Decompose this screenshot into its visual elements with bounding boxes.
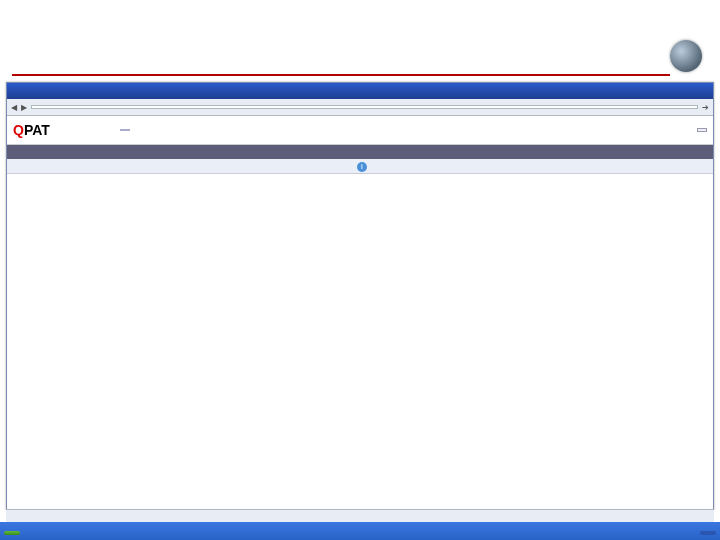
browser-window: ◀ ▶ ➔ QPAT i	[6, 82, 714, 510]
info-icon[interactable]: i	[357, 162, 367, 172]
url-field[interactable]	[31, 105, 698, 109]
app-header: QPAT	[7, 116, 713, 145]
windows-taskbar	[0, 522, 720, 540]
qpat-logo: QPAT	[13, 122, 50, 138]
go-icon[interactable]: ➔	[702, 103, 709, 112]
slide-desc	[0, 21, 720, 36]
start-button[interactable]	[4, 531, 20, 535]
intellixir-badge	[697, 128, 707, 132]
system-tray[interactable]	[700, 531, 716, 535]
query-bar	[7, 145, 713, 159]
browser-statusbar	[6, 509, 714, 522]
divider-rule	[12, 74, 670, 76]
fwd-icon[interactable]: ▶	[21, 103, 27, 112]
back-icon[interactable]: ◀	[11, 103, 17, 112]
bubble-chart	[11, 175, 709, 505]
browser-addressbar: ◀ ▶ ➔	[7, 99, 713, 116]
slide-subtitle	[0, 4, 720, 19]
graphic-size-select[interactable]	[120, 129, 130, 131]
geo-title-bar: i	[7, 159, 713, 174]
globe-icon	[670, 40, 702, 72]
browser-titlebar	[7, 83, 713, 99]
